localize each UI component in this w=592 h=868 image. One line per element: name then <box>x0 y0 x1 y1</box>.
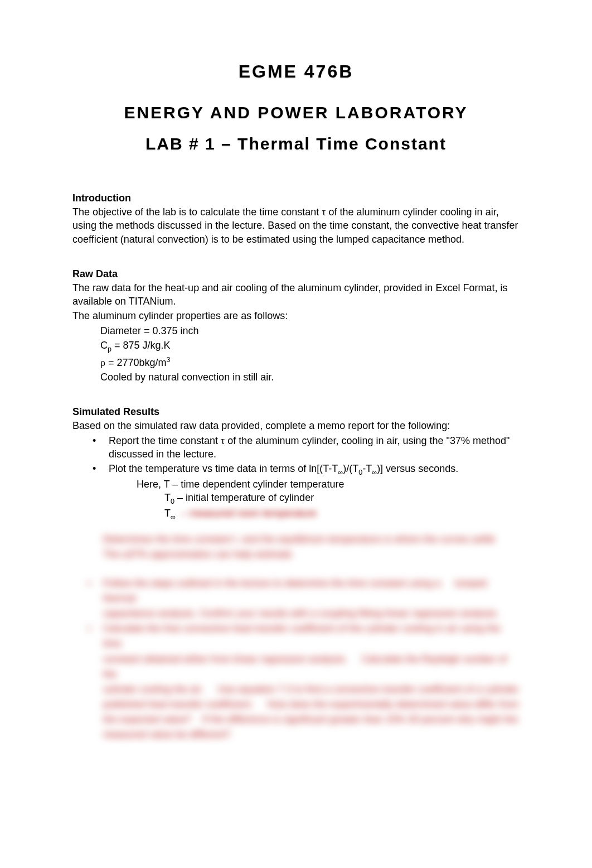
diameter-value: Diameter = 0.375 inch <box>100 324 520 337</box>
blurred-bullets: • Follow the steps outlined in the lectu… <box>103 576 520 742</box>
introduction-text: The objective of the lab is to calculate… <box>72 205 520 246</box>
lab-number: LAB # 1 – Thermal Time Constant <box>72 134 520 153</box>
cooled-text: Cooled by natural convection in still ai… <box>100 370 520 384</box>
introduction-heading: Introduction <box>72 192 520 204</box>
blurred-paragraph-1: Determines the time constant t. and the … <box>103 532 520 562</box>
cp-value: Cp = 875 J/kg.K <box>100 339 520 354</box>
bullet-item-2: Plot the temperature vs time data in ter… <box>89 462 520 522</box>
bullet2-sub2: T0 – initial temperature of cylinder <box>164 491 520 507</box>
raw-data-props-intro: The aluminum cylinder properties are as … <box>72 309 520 322</box>
bullet2-sub3: T∞ – measured room temperature <box>164 507 520 522</box>
bullet2-sub1: Here, T – time dependent cylinder temper… <box>137 478 520 491</box>
rho-value: ρ = 2770bkg/m3 <box>100 355 520 369</box>
simulated-heading: Simulated Results <box>72 406 520 418</box>
raw-data-intro: The raw data for the heat-up and air coo… <box>72 281 520 308</box>
lab-title: ENERGY AND POWER LABORATORY <box>72 103 520 122</box>
bullet-item-1: Report the time constant τ of the alumin… <box>89 434 520 461</box>
course-code: EGME 476B <box>72 61 520 82</box>
raw-data-heading: Raw Data <box>72 268 520 280</box>
simulated-intro: Based on the simulated raw data provided… <box>72 419 520 432</box>
